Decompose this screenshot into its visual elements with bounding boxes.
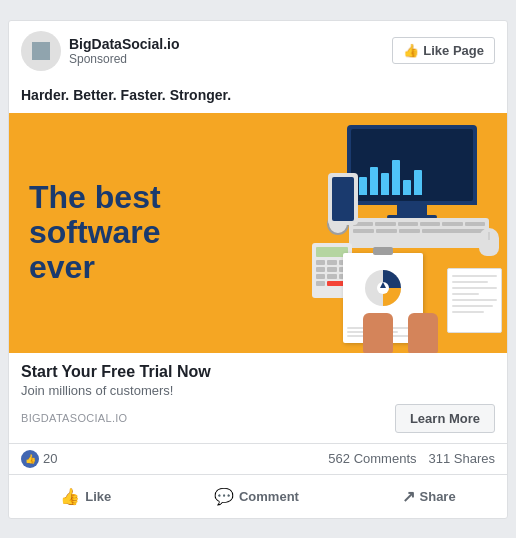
phone-illustration <box>328 173 358 225</box>
facebook-ad-card: BigDataSocial.io Sponsored 👍 Like Page H… <box>8 20 508 519</box>
like-reaction-icon: 👍 <box>21 450 39 468</box>
avatar <box>21 31 61 71</box>
card-header: BigDataSocial.io Sponsored 👍 Like Page <box>9 21 507 81</box>
ad-bottom-row: BIGDATASOCIAL.IO Learn More <box>21 404 495 433</box>
action-bar: 👍 Like 💬 Comment ↗ Share <box>9 475 507 518</box>
ad-subtitle: Join millions of customers! <box>21 383 495 398</box>
keyboard-illustration <box>349 218 489 248</box>
post-text: Harder. Better. Faster. Stronger. <box>9 81 507 113</box>
like-page-button[interactable]: 👍 Like Page <box>392 37 495 64</box>
header-left: BigDataSocial.io Sponsored <box>21 31 179 71</box>
like-page-icon: 👍 <box>403 43 419 58</box>
shares-count[interactable]: 311 Shares <box>429 451 496 466</box>
ad-title: Start Your Free Trial Now <box>21 363 495 381</box>
ad-illustration <box>183 113 507 353</box>
comment-action-icon: 💬 <box>214 487 234 506</box>
ad-info: Start Your Free Trial Now Join millions … <box>9 353 507 444</box>
header-info: BigDataSocial.io Sponsored <box>69 36 179 66</box>
pie-chart-icon <box>363 268 403 308</box>
ad-image: The best software ever <box>9 113 507 353</box>
hands-illustration <box>363 313 438 353</box>
mouse-illustration <box>479 228 499 256</box>
ad-headline-text: The best software ever <box>29 180 161 286</box>
comments-count[interactable]: 562 Comments <box>328 451 416 466</box>
engagement-bar: 👍 20 562 Comments 311 Shares <box>9 444 507 475</box>
share-button[interactable]: ↗ Share <box>386 479 472 514</box>
comment-button[interactable]: 💬 Comment <box>198 479 315 514</box>
share-action-icon: ↗ <box>402 487 415 506</box>
notebook-illustration <box>447 268 502 333</box>
like-button[interactable]: 👍 Like <box>44 479 127 514</box>
monitor-illustration <box>347 125 477 219</box>
ad-domain: BIGDATASOCIAL.IO <box>21 412 127 424</box>
engagement-right: 562 Comments 311 Shares <box>328 451 495 466</box>
likes-count: 👍 20 <box>21 450 57 468</box>
learn-more-button[interactable]: Learn More <box>395 404 495 433</box>
like-action-icon: 👍 <box>60 487 80 506</box>
page-name[interactable]: BigDataSocial.io <box>69 36 179 52</box>
sponsored-label: Sponsored <box>69 52 179 66</box>
